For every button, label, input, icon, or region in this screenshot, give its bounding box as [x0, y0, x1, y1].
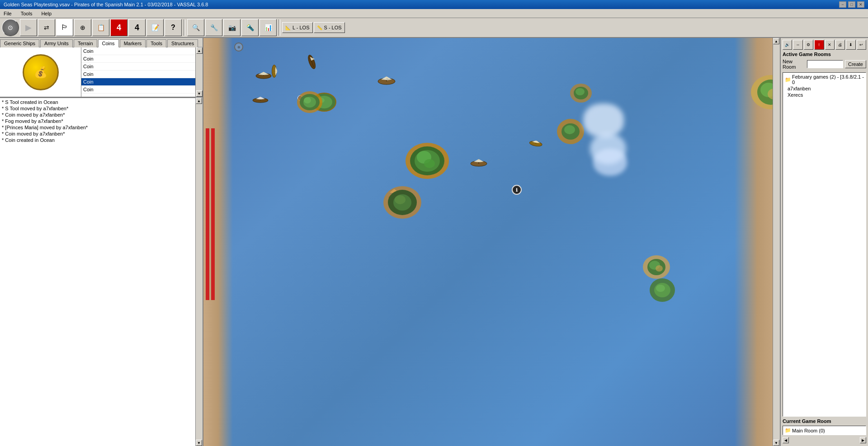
tab-tools[interactable]: Tools: [146, 39, 166, 47]
maximize-button[interactable]: □: [848, 1, 855, 8]
info-marker[interactable]: ℹ: [512, 185, 522, 195]
piece-list[interactable]: Coin Coin Coin Coin Coin Coin: [81, 47, 195, 97]
map-scroll-down[interactable]: ▼: [773, 440, 779, 446]
toolbar-camera-btn[interactable]: 📷: [223, 19, 241, 36]
svg-marker-9: [264, 72, 269, 75]
toolbar-notepad-btn[interactable]: 📝: [146, 19, 164, 36]
menu-bar: File Tools Help: [0, 9, 868, 18]
svg-marker-35: [474, 159, 479, 162]
current-room-folder-icon: 📁: [785, 427, 791, 433]
folder-icon: 📁: [785, 77, 791, 83]
ship-2[interactable]: [255, 72, 272, 81]
red-strips: [206, 128, 215, 300]
rp-btn-3[interactable]: ⚙: [804, 40, 813, 50]
toolbar-stepback-btn[interactable]: ⇄: [38, 19, 55, 36]
scroll-track[interactable]: [196, 54, 203, 90]
left-panel: Generic Ships Army Units Terrain Coins M…: [0, 38, 203, 446]
toolbar-search-btn[interactable]: 🔍: [187, 19, 204, 36]
rp-scroll-right[interactable]: ▶: [860, 437, 866, 443]
piece-item-0[interactable]: Coin: [81, 47, 195, 55]
scroll-down-arrow[interactable]: ▼: [196, 90, 203, 97]
piece-item-2[interactable]: Coin: [81, 63, 195, 70]
rp-scroll-left[interactable]: ◀: [783, 437, 789, 443]
island-7: [570, 83, 592, 103]
toolbar-chart-btn[interactable]: 📊: [259, 19, 277, 36]
coin-image: 💰: [23, 54, 59, 90]
island-3: [402, 137, 452, 180]
right-panel-scrollbar: ◀ ▶: [783, 437, 866, 444]
rp-btn-8[interactable]: ↩: [857, 40, 866, 50]
tab-structures[interactable]: Structures: [167, 39, 198, 47]
map-container[interactable]: ⊕: [203, 38, 780, 446]
svg-point-64: [656, 285, 665, 292]
map-scrollbar-right: ▲ ▼: [773, 38, 780, 446]
toolbar-help-btn[interactable]: ?: [165, 19, 182, 36]
tab-terrain[interactable]: Terrain: [74, 39, 97, 47]
create-button[interactable]: Create: [845, 60, 866, 68]
room-february-games[interactable]: 📁 February games (2) - [3.6.8/2.1 - 0: [784, 74, 865, 85]
log-entry-3: * Fog moved by a7xfanben*: [2, 118, 193, 124]
tab-markers[interactable]: Markers: [120, 39, 146, 47]
new-room-input[interactable]: [807, 60, 843, 68]
tab-generic-ships[interactable]: Generic Ships: [0, 39, 39, 47]
close-button[interactable]: ✕: [857, 1, 864, 8]
title-bar: Golden Seas Playtesting.vsav - Pirates o…: [0, 0, 868, 9]
scroll-up-arrow[interactable]: ▲: [196, 47, 203, 54]
fog-cloud-3: [593, 149, 627, 176]
room-user-a7xfanben[interactable]: a7xfanben: [784, 85, 865, 92]
toolbar-play-btn[interactable]: ▶: [20, 19, 37, 36]
l-los-button[interactable]: 📐 L - LOS: [282, 22, 313, 33]
rp-btn-4[interactable]: !: [814, 40, 824, 50]
rooms-list[interactable]: 📁 February games (2) - [3.6.8/2.1 - 0 a7…: [783, 72, 866, 417]
new-room-label: New Room: [783, 59, 805, 70]
menu-file[interactable]: File: [2, 10, 14, 17]
rp-btn-7[interactable]: ⬇: [846, 40, 855, 50]
rp-btn-1[interactable]: 🔊: [783, 40, 792, 50]
log-scroll-up[interactable]: ▲: [196, 98, 202, 104]
island-6: [556, 117, 585, 144]
toolbar-red-counter[interactable]: 4: [110, 19, 127, 36]
piece-item-4[interactable]: Coin: [81, 78, 195, 86]
new-room-row: New Room Create: [783, 59, 866, 70]
main-content: Generic Ships Army Units Terrain Coins M…: [0, 38, 868, 446]
toolbar-circle-btn[interactable]: ⊙: [2, 19, 19, 36]
right-side: ⊕: [203, 38, 868, 446]
svg-marker-17: [256, 97, 260, 99]
toolbar-notes-btn[interactable]: 📋: [92, 19, 109, 36]
tab-coins[interactable]: Coins: [98, 39, 119, 47]
piece-item-5[interactable]: Coin: [81, 86, 195, 94]
toolbar-compass-btn[interactable]: ⊕: [74, 19, 91, 36]
rp-btn-6[interactable]: 🖨: [835, 40, 845, 50]
rp-btn-5[interactable]: ✕: [825, 40, 835, 50]
tab-army-units[interactable]: Army Units: [40, 39, 73, 47]
room-user-xerecs[interactable]: Xerecs: [784, 92, 865, 98]
piece-item-3[interactable]: Coin: [81, 70, 195, 78]
toolbar-plain-counter[interactable]: 4: [128, 19, 146, 36]
menu-help[interactable]: Help: [39, 10, 53, 17]
toolbar-flashlight-btn[interactable]: 🔦: [241, 19, 259, 36]
fog-cloud-1: [583, 103, 624, 137]
ship-4[interactable]: [252, 97, 269, 105]
piece-item-1[interactable]: Coin: [81, 55, 195, 63]
rp-btn-2[interactable]: ↔: [793, 40, 802, 50]
right-panel: 🔊 ↔ ⚙ ! ✕ 🖨 ⬇ ↩ Active Game Rooms New Ro…: [780, 38, 868, 446]
red-strip-2: [211, 128, 215, 300]
s-los-button[interactable]: 📏 S - LOS: [314, 22, 345, 33]
current-room-entry[interactable]: 📁 Main Room (0): [784, 427, 865, 434]
toolbar-wrench-btn[interactable]: 🔧: [205, 19, 222, 36]
log-scroll-down[interactable]: ▼: [196, 440, 202, 446]
log-row: * S Tool created in Ocean * S Tool moved…: [0, 97, 203, 446]
menu-tools[interactable]: Tools: [19, 10, 34, 17]
toolbar-flag-btn[interactable]: 🏳: [56, 19, 73, 36]
piece-list-scrollbar: ▲ ▼: [195, 47, 203, 97]
right-panel-toolbar: 🔊 ↔ ⚙ ! ✕ 🖨 ⬇ ↩: [783, 40, 866, 50]
map-scroll-up[interactable]: ▲: [773, 38, 779, 44]
minimize-button[interactable]: −: [839, 1, 846, 8]
log-scroll-track[interactable]: [196, 104, 203, 440]
ship-6[interactable]: [470, 159, 487, 169]
rp-scroll-track[interactable]: [789, 437, 860, 444]
island-2: [294, 88, 326, 115]
ship-5[interactable]: [377, 76, 396, 87]
map-scroll-track[interactable]: [773, 44, 780, 440]
active-rooms-label: Active Game Rooms: [783, 52, 866, 57]
